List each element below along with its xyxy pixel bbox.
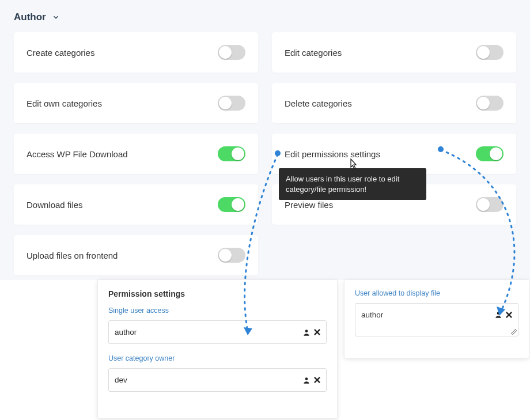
perm-label: Access WP File Download bbox=[26, 149, 128, 159]
perm-label: Create categories bbox=[26, 48, 94, 58]
svg-point-3 bbox=[305, 377, 308, 380]
user-category-owner-input[interactable]: dev bbox=[108, 368, 327, 392]
single-user-access-input[interactable]: author bbox=[108, 320, 327, 344]
perm-label: Delete categories bbox=[285, 99, 352, 108]
perm-upload-files-frontend: Upload files on frontend bbox=[14, 235, 258, 275]
remove-icon[interactable] bbox=[314, 329, 320, 335]
toggle-edit-categories[interactable] bbox=[476, 45, 504, 60]
perm-label: Edit own categories bbox=[26, 99, 102, 108]
perm-label: Edit categories bbox=[285, 48, 342, 58]
person-icon[interactable] bbox=[302, 376, 311, 384]
role-dropdown-label: Author bbox=[14, 12, 46, 23]
permission-settings-panel: Permission settings Single user access a… bbox=[98, 280, 337, 418]
toggle-create-categories[interactable] bbox=[218, 45, 245, 60]
toggle-download-files[interactable] bbox=[218, 197, 245, 212]
perm-edit-categories: Edit categories bbox=[272, 32, 516, 73]
panel-title: Permission settings bbox=[108, 289, 327, 298]
toggle-edit-permissions-settings[interactable] bbox=[476, 146, 504, 161]
tooltip-edit-permissions: Allow users in this user role to edit ca… bbox=[279, 168, 426, 200]
single-user-value: author bbox=[115, 328, 137, 336]
perm-delete-categories: Delete categories bbox=[272, 83, 516, 123]
user-category-owner-label: User category owner bbox=[108, 354, 327, 362]
permissions-grid: Create categories Edit categories Edit o… bbox=[14, 32, 516, 275]
annotation-dot bbox=[438, 146, 444, 152]
perm-access-wpfd: Access WP File Download bbox=[14, 134, 258, 174]
remove-icon[interactable] bbox=[506, 312, 512, 318]
user-allowed-value: author bbox=[361, 311, 383, 319]
perm-edit-own-categories: Edit own categories bbox=[14, 83, 258, 123]
toggle-delete-categories[interactable] bbox=[476, 96, 504, 111]
person-icon[interactable] bbox=[494, 311, 502, 319]
perm-label: Download files bbox=[26, 200, 83, 210]
toggle-upload-files-frontend[interactable] bbox=[218, 248, 245, 263]
permissions-region: Author Create categories Edit categories… bbox=[0, 0, 530, 275]
single-user-access-label: Single user access bbox=[108, 307, 327, 315]
perm-label: Edit permissions settings bbox=[285, 149, 380, 159]
svg-point-0 bbox=[305, 330, 308, 332]
perm-label: Upload files on frontend bbox=[26, 251, 118, 260]
chevron-down-icon bbox=[52, 13, 60, 21]
perm-download-files: Download files bbox=[14, 184, 258, 225]
tooltip-text: Allow users in this user role to edit ca… bbox=[286, 175, 399, 194]
toggle-access-wpfd[interactable] bbox=[218, 146, 245, 161]
cursor-icon bbox=[348, 158, 358, 171]
person-icon[interactable] bbox=[302, 328, 311, 336]
owner-value: dev bbox=[115, 376, 127, 384]
user-allowed-panel: User allowed to display file author bbox=[344, 280, 529, 358]
user-allowed-input[interactable]: author bbox=[355, 303, 518, 336]
annotation-dot bbox=[275, 150, 281, 156]
toggle-edit-own-categories[interactable] bbox=[218, 96, 245, 111]
remove-icon[interactable] bbox=[314, 377, 320, 383]
user-allowed-label: User allowed to display file bbox=[355, 289, 518, 297]
perm-create-categories: Create categories bbox=[14, 32, 258, 73]
svg-point-6 bbox=[497, 312, 500, 315]
toggle-preview-files[interactable] bbox=[476, 197, 504, 212]
perm-label: Preview files bbox=[285, 200, 333, 210]
role-dropdown[interactable]: Author bbox=[14, 10, 60, 24]
